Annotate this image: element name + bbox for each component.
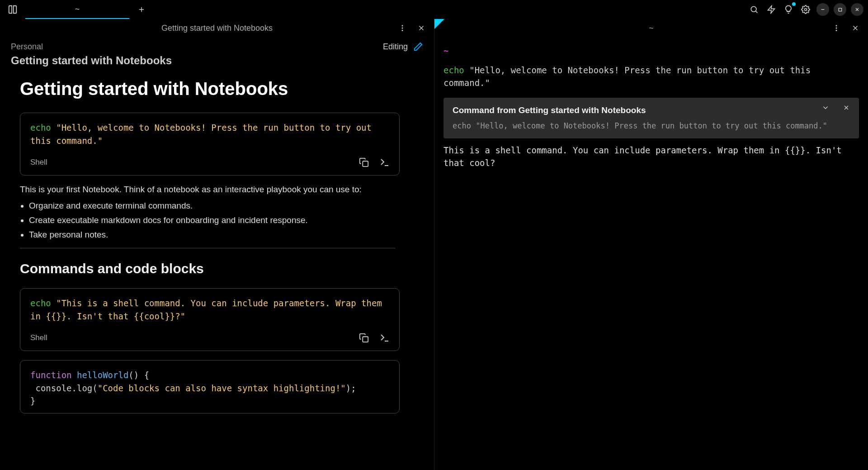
divider	[20, 248, 395, 248]
right-pane-title: ~	[649, 24, 654, 33]
editing-label: Editing	[383, 42, 408, 52]
svg-point-19	[836, 25, 837, 26]
breadcrumb-row: Personal Editing	[11, 42, 423, 52]
settings-icon[interactable]	[799, 3, 812, 16]
code-footer: Shell	[20, 328, 399, 351]
close-icon[interactable]	[415, 22, 428, 34]
left-pane-header: Getting started with Notebooks	[0, 19, 434, 37]
list-item: Take personal notes.	[29, 230, 423, 240]
svg-point-20	[836, 28, 837, 29]
top-bar: ~	[0, 0, 868, 19]
doc-title-small: Getting started with Notebooks	[11, 54, 423, 67]
terminal[interactable]: ~ echo "Hello, welcome to Notebooks! Pre…	[434, 37, 868, 179]
workspace: Getting started with Notebooks Personal …	[0, 19, 868, 470]
doc-heading-1: Getting started with Notebooks	[20, 79, 423, 99]
pencil-icon	[413, 42, 423, 52]
close-icon[interactable]	[849, 22, 862, 34]
code-lang-label: Shell	[30, 158, 47, 167]
editing-toggle[interactable]: Editing	[383, 42, 423, 52]
terminal-output: This is a shell command. You can include…	[443, 144, 859, 170]
more-icon[interactable]	[396, 22, 409, 34]
svg-point-12	[402, 30, 403, 31]
doc-heading-2: Commands and code blocks	[20, 261, 423, 276]
code-block-3: function helloWorld() { console.log("Cod…	[20, 360, 400, 413]
svg-point-10	[402, 25, 403, 26]
more-icon[interactable]	[830, 22, 843, 34]
list-item: Organize and execute terminal commands.	[29, 201, 423, 211]
notification-dot	[792, 2, 796, 6]
svg-rect-15	[363, 161, 368, 166]
lightbulb-icon[interactable]	[782, 3, 795, 16]
svg-point-21	[836, 30, 837, 31]
list-item: Create executable markdown docs for onbo…	[29, 215, 423, 225]
window-close-button[interactable]	[851, 3, 863, 16]
command-card-title: Command from Getting started with Notebo…	[453, 104, 837, 117]
new-tab-button[interactable]	[129, 0, 154, 19]
code-block-2: echo "This is a shell command. You can i…	[20, 288, 400, 351]
tab-active[interactable]: ~	[25, 0, 129, 19]
right-pane: ~ ~ echo "Hello, welcome to Notebooks! P…	[434, 19, 868, 470]
svg-point-5	[805, 9, 807, 11]
top-bar-left: ~	[5, 0, 154, 19]
run-icon[interactable]	[378, 332, 391, 344]
window-maximize-button[interactable]	[834, 3, 846, 16]
breadcrumb[interactable]: Personal	[11, 42, 43, 52]
svg-point-11	[402, 28, 403, 29]
run-icon[interactable]	[378, 156, 391, 169]
notebook-body: Personal Editing Getting started with No…	[0, 37, 434, 470]
bullet-list: Organize and execute terminal commands. …	[29, 201, 423, 240]
svg-rect-17	[363, 337, 368, 342]
window-minimize-button[interactable]	[816, 3, 829, 16]
code-body[interactable]: function helloWorld() { console.log("Cod…	[20, 361, 399, 413]
copy-icon[interactable]	[358, 332, 370, 344]
search-icon[interactable]	[748, 3, 760, 16]
close-icon[interactable]	[840, 101, 853, 114]
left-pane: Getting started with Notebooks Personal …	[0, 19, 434, 470]
command-card-code: echo "Hello, welcome to Notebooks! Press…	[453, 120, 837, 132]
prompt: ~	[443, 44, 859, 57]
code-footer: Shell	[20, 152, 399, 175]
command-card: Command from Getting started with Notebo…	[443, 98, 859, 138]
svg-line-3	[756, 11, 758, 13]
code-block-1: echo "Hello, welcome to Notebooks! Press…	[20, 113, 400, 176]
left-pane-title: Getting started with Notebooks	[161, 24, 273, 33]
code-body[interactable]: echo "This is a shell command. You can i…	[20, 289, 399, 328]
code-body[interactable]: echo "Hello, welcome to Notebooks! Press…	[20, 113, 399, 152]
intro-paragraph: This is your first Notebook. Think of a …	[20, 185, 423, 195]
bolt-icon[interactable]	[765, 3, 778, 16]
terminal-line: echo "Hello, welcome to Notebooks! Press…	[443, 64, 859, 90]
svg-point-2	[751, 6, 756, 12]
right-pane-header: ~	[434, 19, 868, 37]
copy-icon[interactable]	[358, 156, 370, 169]
tab-label: ~	[75, 5, 80, 14]
svg-rect-7	[839, 8, 841, 11]
svg-marker-4	[768, 6, 775, 14]
chevron-down-icon[interactable]	[819, 101, 832, 114]
code-lang-label: Shell	[30, 333, 47, 342]
notebook-icon[interactable]	[5, 0, 21, 19]
top-bar-right	[748, 3, 863, 16]
